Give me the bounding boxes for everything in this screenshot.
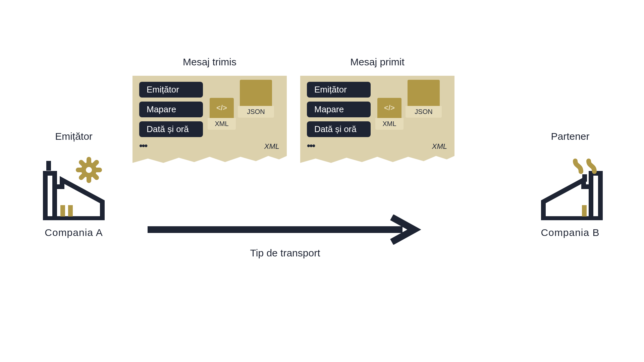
svg-rect-0	[60, 205, 65, 217]
svg-rect-1	[68, 205, 73, 217]
svg-line-7	[81, 162, 84, 165]
pill-emitter: Emițător	[139, 82, 203, 98]
pill-datetime: Dată și oră	[307, 121, 371, 137]
pill-mapping: Mapare	[307, 102, 371, 117]
xml-file-icon: </> XML	[210, 98, 234, 130]
svg-line-8	[94, 162, 97, 165]
arrow-icon	[148, 215, 423, 245]
json-file-label: JSON	[238, 106, 274, 118]
svg-line-10	[94, 175, 97, 178]
transport-label: Tip de transport	[148, 247, 423, 259]
partner-caption: Compania B	[527, 227, 614, 238]
message-received-card: Mesaj primit Emițător Mapare Dată și oră…	[300, 56, 454, 163]
sender-block: Emițător	[34, 131, 114, 238]
partner-block: Partener Compania B	[527, 131, 614, 238]
xml-file-label: XML	[375, 118, 404, 130]
message-sent-card: Mesaj trimis Emițător Mapare Dată și oră…	[132, 56, 287, 163]
pill-datetime: Dată și oră	[139, 121, 203, 137]
xml-file-label: XML	[208, 118, 236, 130]
svg-line-9	[81, 175, 84, 178]
json-file-icon: JSON	[408, 80, 440, 118]
factory-b-icon	[537, 155, 604, 220]
code-icon: </>	[377, 98, 401, 118]
ellipsis-icon: •••	[139, 140, 280, 151]
message-sent-title: Mesaj trimis	[132, 56, 287, 68]
ellipsis-icon: •••	[307, 140, 448, 151]
sender-title: Emițător	[34, 131, 114, 142]
partner-title: Partener	[527, 131, 614, 142]
code-icon: </>	[210, 98, 234, 118]
message-received-title: Mesaj primit	[300, 56, 454, 68]
sender-caption: Compania A	[34, 227, 114, 238]
pill-mapping: Mapare	[139, 102, 203, 117]
json-file-label: JSON	[406, 106, 442, 118]
pill-emitter: Emițător	[307, 82, 371, 98]
xml-file-icon: </> XML	[377, 98, 401, 130]
card-format-hint: XML	[432, 142, 447, 151]
card-format-hint: XML	[264, 142, 279, 151]
message-sent-body: Emițător Mapare Dată și oră ••• </> XML …	[132, 76, 287, 163]
transport-arrow: Tip de transport	[148, 215, 423, 259]
svg-rect-11	[582, 205, 587, 217]
message-received-body: Emițător Mapare Dată și oră ••• </> XML …	[300, 76, 454, 163]
factory-a-icon	[42, 155, 106, 220]
json-file-icon: JSON	[240, 80, 272, 118]
